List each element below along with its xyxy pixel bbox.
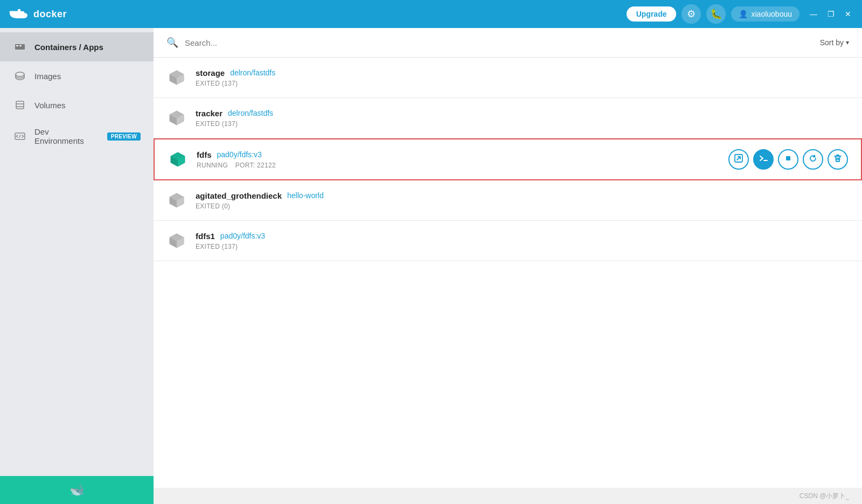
svg-rect-5 [18, 9, 20, 11]
table-row[interactable]: agitated_grothendieck hello-world EXITED… [154, 180, 862, 221]
main-layout: Containers / Apps Images [0, 28, 862, 504]
close-button[interactable]: ✕ [843, 9, 853, 19]
user-icon: 👤 [739, 10, 748, 18]
container-image-link[interactable]: delron/fastdfs [230, 68, 275, 77]
footer-credit: CSDN @小萝卜_ [800, 492, 849, 501]
container-info: storage delron/fastdfs EXITED (137) [196, 68, 849, 87]
stop-button[interactable] [778, 149, 798, 170]
container-name: agitated_grothendieck [196, 191, 282, 200]
user-button[interactable]: 👤 xiaoluobouu [731, 6, 800, 22]
container-name: fdfs1 [196, 232, 215, 241]
container-name-row: agitated_grothendieck hello-world [196, 191, 849, 200]
container-status-icon [168, 149, 188, 170]
running-status: RUNNING [197, 162, 228, 169]
images-icon [13, 69, 27, 83]
volumes-icon [13, 98, 27, 112]
restart-button[interactable] [803, 149, 823, 170]
titlebar-actions: Upgrade ⚙ 🐛 👤 xiaoluobouu [627, 4, 800, 24]
container-status: EXITED (137) [196, 243, 849, 250]
preview-badge: PREVIEW [107, 132, 141, 141]
docker-whale-icon [9, 6, 29, 22]
docker-footer-icon: 🐋 [69, 483, 84, 497]
container-actions [728, 149, 848, 170]
bug-icon: 🐛 [710, 8, 722, 20]
logo-text: docker [33, 9, 67, 20]
container-info: fdfs pad0y/fdfs:v3 RUNNING PORT: 22122 [197, 150, 728, 169]
titlebar: docker Upgrade ⚙ 🐛 👤 xiaoluobouu — ❐ ✕ [0, 0, 862, 28]
svg-point-11 [16, 72, 24, 76]
container-name: fdfs [197, 150, 212, 159]
content-header: 🔍 Sort by ▾ [154, 28, 862, 58]
table-row[interactable]: fdfs pad0y/fdfs:v3 RUNNING PORT: 22122 [154, 138, 862, 180]
svg-rect-10 [19, 45, 22, 46]
gear-icon: ⚙ [687, 8, 696, 20]
terminal-icon [759, 153, 768, 165]
window-controls: — ❐ ✕ [808, 9, 853, 19]
svg-rect-9 [16, 45, 18, 46]
container-status: EXITED (0) [196, 202, 849, 210]
svg-rect-31 [786, 156, 790, 160]
bug-button[interactable]: 🐛 [706, 4, 726, 24]
open-browser-button[interactable] [728, 149, 749, 170]
svg-line-16 [19, 135, 20, 137]
terminal-button[interactable] [753, 149, 774, 170]
table-row[interactable]: tracker delron/fastdfs EXITED (137) [154, 98, 862, 138]
container-status: EXITED (137) [196, 120, 849, 128]
trash-icon [833, 153, 843, 165]
container-image-link[interactable]: delron/fastdfs [228, 109, 273, 117]
svg-rect-12 [16, 101, 24, 109]
devenv-icon [13, 129, 27, 143]
container-status-icon [166, 190, 187, 211]
container-info: fdfs1 pad0y/fdfs:v3 EXITED (137) [196, 232, 849, 250]
container-status: RUNNING PORT: 22122 [197, 162, 728, 169]
sidebar-item-images[interactable]: Images [0, 61, 154, 90]
container-image-link[interactable]: pad0y/fdfs:v3 [217, 150, 262, 159]
container-name: storage [196, 68, 225, 78]
container-name-row: fdfs1 pad0y/fdfs:v3 [196, 232, 849, 241]
sidebar-item-devenv[interactable]: Dev Environments PREVIEW [0, 120, 154, 153]
container-status: EXITED (137) [196, 80, 849, 87]
delete-button[interactable] [828, 149, 848, 170]
container-name: tracker [196, 109, 223, 118]
minimize-button[interactable]: — [808, 9, 819, 19]
maximize-button[interactable]: ❐ [825, 9, 836, 19]
container-name-row: fdfs pad0y/fdfs:v3 [197, 150, 728, 159]
container-status-icon [166, 108, 187, 128]
sort-label: Sort by [820, 38, 844, 47]
container-info: tracker delron/fastdfs EXITED (137) [196, 109, 849, 128]
stop-icon [783, 153, 793, 165]
svg-rect-8 [15, 44, 25, 50]
footer-bar: CSDN @小萝卜_ [154, 488, 862, 504]
username-label: xiaoluobouu [751, 10, 792, 18]
docker-logo: docker [9, 6, 67, 22]
container-list: storage delron/fastdfs EXITED (137) [154, 58, 862, 488]
table-row[interactable]: fdfs1 pad0y/fdfs:v3 EXITED (137) [154, 221, 862, 261]
upgrade-button[interactable]: Upgrade [627, 6, 677, 22]
containers-label: Containers / Apps [34, 43, 103, 52]
search-icon: 🔍 [166, 37, 178, 48]
containers-icon [13, 40, 27, 54]
settings-button[interactable]: ⚙ [682, 4, 701, 24]
sidebar-item-containers[interactable]: Containers / Apps [0, 32, 154, 61]
search-input[interactable] [185, 38, 814, 47]
sort-button[interactable]: Sort by ▾ [820, 38, 849, 47]
content-area: 🔍 Sort by ▾ [154, 28, 862, 504]
restart-icon [808, 153, 818, 165]
devenv-label: Dev Environments [34, 127, 98, 145]
volumes-label: Volumes [34, 101, 66, 110]
chevron-down-icon: ▾ [846, 39, 849, 46]
sidebar-nav: Containers / Apps Images [0, 28, 154, 476]
port-info: PORT: 22122 [235, 162, 276, 169]
sidebar-footer: 🐋 [0, 476, 154, 504]
container-image-link[interactable]: hello-world [287, 191, 324, 200]
sidebar-item-volumes[interactable]: Volumes [0, 90, 154, 120]
container-status-icon [166, 230, 187, 251]
container-info: agitated_grothendieck hello-world EXITED… [196, 191, 849, 210]
container-name-row: storage delron/fastdfs [196, 68, 849, 78]
container-image-link[interactable]: pad0y/fdfs:v3 [220, 232, 265, 240]
sidebar: Containers / Apps Images [0, 28, 154, 504]
table-row[interactable]: storage delron/fastdfs EXITED (137) [154, 58, 862, 98]
container-status-icon [166, 67, 187, 88]
container-name-row: tracker delron/fastdfs [196, 109, 849, 118]
open-icon [734, 153, 743, 165]
